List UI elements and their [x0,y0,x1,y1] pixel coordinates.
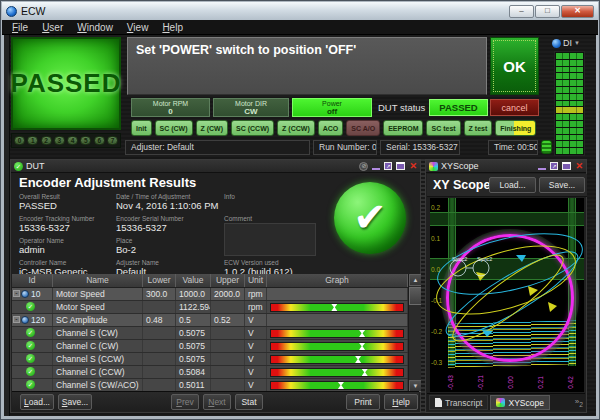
minimize-button[interactable]: – [509,5,534,18]
step-sc-ccw-button[interactable]: SC (CCW) [231,120,274,136]
collapse-toggle-icon[interactable]: - [13,290,20,297]
header-graph[interactable]: Graph [267,274,408,287]
header-lower[interactable]: Lower [143,274,176,287]
cancel-button[interactable]: cancel [490,99,539,116]
tab-xyscope[interactable]: XYScope [490,395,549,410]
panel-close-icon[interactable]: ✕ [575,162,583,170]
motor-rpm-indicator: Motor RPM 0 [131,98,210,117]
x-axis-tick: 0.21 [537,373,544,393]
next-button[interactable]: Next [203,394,231,410]
sync-label: Sync2 [477,256,492,262]
table-row[interactable]: - ✓ Motor Speed 1122.5940 rpm [12,301,408,314]
help-button[interactable]: Help [384,394,418,410]
menu-bar: File User Window View Help [2,20,598,35]
header-value[interactable]: Value [176,274,211,287]
dut-button-bar: Load... Save... Prev Next Stat Print Hel… [12,391,419,411]
menu-help[interactable]: Help [155,21,190,34]
stack-icon [541,140,552,154]
header-id[interactable]: Id [12,274,53,287]
pass-check-icon: ✓ [26,302,35,311]
header-name[interactable]: Name [53,274,143,287]
field-label: Encoder Serial Number [116,215,216,222]
channel-indicator: 5 [80,136,91,145]
dut-panel: ✓ DUT ⊘ ↗ ✕ Encoder Adjustment Results O… [10,159,421,413]
time-status: Time: 00:50 [488,140,538,155]
maximize-button[interactable]: □ [535,5,560,18]
header-upper[interactable]: Upper [211,274,245,287]
app-icon [6,6,17,17]
step-init-button[interactable]: Init [131,120,152,136]
xyscope-panel-header[interactable]: XYScope ↗ ✕ [426,160,586,173]
pin-icon[interactable]: ⊘ [359,162,368,171]
collapse-toggle-icon[interactable]: - [13,316,20,323]
menu-window[interactable]: Window [70,21,120,34]
scope-load-button[interactable]: Load... [489,177,536,193]
panel-close-icon[interactable]: ✕ [409,162,417,170]
step-sc-cw-button[interactable]: SC (CW) [155,120,193,136]
header-unit[interactable]: Unit [245,274,267,287]
pass-check-icon: ✓ [26,354,35,363]
step-finishing-button[interactable]: Finishing [495,120,536,136]
step-z-cw-button[interactable]: Z (CW) [196,120,229,136]
menu-file[interactable]: File [5,21,35,34]
step-z-test-button[interactable]: Z test [464,120,493,136]
tab-transcript[interactable]: Transcript [429,395,488,410]
di-app-icon [552,39,561,48]
row-value: 1000.0 [176,288,211,300]
table-row[interactable]: - ✓ Channel S (CCW) 0.5075 V [12,353,408,366]
table-row[interactable]: - ✓ 10 Motor Speed 300.0 1000.0 2000.0 r… [12,288,408,301]
dut-panel-header[interactable]: ✓ DUT ⊘ ↗ ✕ [11,160,420,173]
operator-instruction-panel: Set 'POWER' switch to position 'OFF' [127,37,487,95]
row-value: 0.5 [176,314,211,326]
di-channel-bar [556,128,583,134]
panel-maximize-icon[interactable] [562,162,571,170]
table-scrollbar[interactable]: ▲ ▼ [408,274,421,392]
value-marker [338,382,344,389]
table-row[interactable]: - ✓ Channel C (CCW) 0.5084 V [12,366,408,379]
value-marker [355,356,361,363]
tolerance-gradient-bar [270,368,404,377]
table-body: - ✓ 10 Motor Speed 300.0 1000.0 2000.0 r… [12,288,408,392]
print-button[interactable]: Print [346,394,380,410]
close-button[interactable]: ✕ [561,5,594,18]
panel-restore-icon[interactable]: ↗ [384,162,392,170]
tab-overflow-icon[interactable]: »2 [575,397,583,408]
pass-checkmark-icon [334,182,406,254]
di-selector[interactable]: DI ▼ [552,37,588,49]
window-title: ECW [21,5,46,17]
step-aco-button[interactable]: ACO [318,120,344,136]
panel-minimize-icon[interactable] [538,162,546,170]
row-id: 120 [31,314,45,326]
tolerance-gradient-bar [270,303,404,312]
save-button[interactable]: Save... [58,394,92,410]
panel-minimize-icon[interactable] [372,162,380,170]
title-bar[interactable]: ECW – □ ✕ [2,2,598,20]
step-eeprom-button[interactable]: EEPROM [383,120,423,136]
step-sc-test-button[interactable]: SC test [426,120,460,136]
menu-view[interactable]: View [120,21,156,34]
row-value: 0.5075 [176,340,211,352]
table-row[interactable]: - ✓ 120 SC Amplitude 0.48 0.5 0.52 V [12,314,408,327]
step-z-ccw-button[interactable]: Z (CCW) [277,120,315,136]
power-value: off [293,108,371,116]
panel-restore-icon[interactable]: ↗ [550,162,558,170]
panel-maximize-icon[interactable] [396,162,405,170]
step-sc-ao-button[interactable]: SC A/O [346,120,380,136]
xyscope-toolbar: XY Scope Load... Save... [427,174,587,197]
row-unit: V [245,327,267,339]
di-channel-bar [556,148,583,154]
y-axis-tick: 0.2 [431,204,440,211]
table-row[interactable]: - ✓ Channel S (CW) 0.5075 V [12,327,408,340]
motor-dir-indicator: Motor DIR CW [213,98,289,117]
stat-button[interactable]: Stat [235,394,263,410]
field-operator: Operator Name admin [19,237,119,255]
scope-save-button[interactable]: Save... [539,177,585,193]
load-button[interactable]: Load... [20,394,54,410]
ok-button[interactable]: OK [490,37,539,95]
di-label: DI [563,38,572,48]
scope-traces [430,198,584,392]
table-row[interactable]: - ✓ Channel C (CW) 0.5075 V [12,340,408,353]
menu-user[interactable]: User [35,21,70,34]
prev-button[interactable]: Prev [171,394,199,410]
table-header: Id Name Lower Value Upper Unit Graph [12,274,421,288]
